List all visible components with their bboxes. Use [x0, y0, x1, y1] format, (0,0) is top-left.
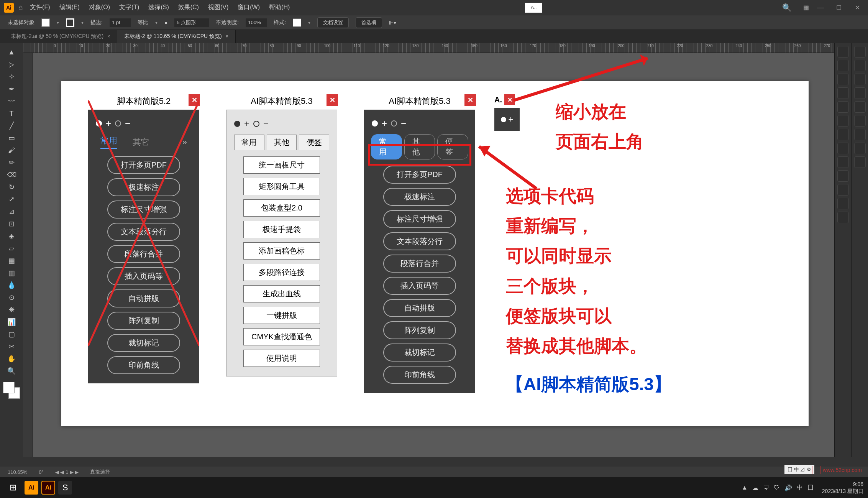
hand-tool[interactable]: ✋ [6, 353, 17, 364]
menu-type[interactable]: 文字(T) [117, 2, 141, 13]
uniform-label[interactable]: 等比 [138, 19, 148, 26]
paintbrush-tool[interactable]: 🖌 [6, 145, 17, 156]
transform-panel-icon[interactable] [854, 129, 866, 140]
magic-wand-tool[interactable]: ✧ [6, 71, 17, 82]
width-tool[interactable]: ⊿ [6, 206, 17, 217]
gradient-tool[interactable]: ▥ [6, 268, 17, 278]
script-button[interactable]: CMYK查找潘通色 [243, 328, 320, 345]
artboard-tool[interactable]: ▢ [6, 329, 17, 340]
menu-select[interactable]: 选择(S) [146, 2, 171, 13]
tab-common[interactable]: 常用 [100, 135, 117, 149]
direct-selection-tool[interactable]: ▷ [6, 59, 17, 70]
brushes-panel-icon[interactable] [837, 101, 849, 113]
radio-off-icon[interactable] [253, 121, 259, 127]
line-tool[interactable]: ╱ [6, 120, 17, 131]
artboards-panel-icon[interactable] [854, 74, 866, 85]
tray-icon[interactable]: 🔊 [784, 484, 792, 491]
curvature-tool[interactable]: 〰 [6, 96, 17, 107]
script-button[interactable]: 段落行合并 [383, 255, 456, 273]
close-tab-icon[interactable]: × [226, 34, 228, 39]
mesh-tool[interactable]: ▦ [6, 255, 17, 266]
script-button[interactable]: 插入页码等 [107, 267, 180, 285]
taskbar-ai-2[interactable]: Ai [41, 481, 55, 495]
tray-icon[interactable]: ☁ [752, 484, 758, 491]
close-icon[interactable]: ✕ [189, 94, 200, 106]
script-button[interactable]: 一键拼版 [243, 307, 320, 324]
script-button[interactable]: 裁切标记 [107, 334, 180, 352]
script-button[interactable]: 插入页码等 [383, 277, 456, 295]
brush-preset[interactable]: 5 点圆形 [174, 18, 209, 27]
tray-ime[interactable]: 中 [797, 484, 803, 492]
close-button[interactable]: ✕ [850, 4, 864, 12]
script-button[interactable]: 自动拼版 [383, 299, 456, 317]
color-guide-panel-icon[interactable] [854, 60, 866, 71]
script-button[interactable]: 矩形圆角工具 [243, 178, 320, 195]
menu-window[interactable]: 窗口(W) [235, 2, 262, 13]
menu-edit[interactable]: 编辑(E) [57, 2, 82, 13]
minimize-button[interactable]: — [814, 4, 827, 12]
tab-other[interactable]: 其它 [133, 136, 149, 148]
links-panel-icon[interactable] [854, 101, 866, 113]
tray-icon[interactable]: 囗 [807, 484, 814, 492]
artboard-nav[interactable]: ◀ ◀ 1 ▶ ▶ [55, 469, 79, 475]
align-icon[interactable]: ⊩▾ [389, 20, 396, 26]
script-button[interactable]: 多段路径连接 [243, 264, 320, 281]
free-transform-tool[interactable]: ⊡ [6, 219, 17, 229]
transparency-panel-icon[interactable] [837, 156, 849, 168]
radio-off-icon[interactable] [115, 120, 121, 127]
arrange-docs-icon[interactable]: ▦ [803, 4, 809, 11]
color-swatches[interactable] [3, 382, 20, 399]
layers-panel-icon[interactable] [837, 60, 849, 71]
symbols-panel-icon[interactable] [837, 115, 849, 127]
script-button[interactable]: 统一画板尺寸 [243, 156, 320, 174]
rotate-tool[interactable]: ↻ [6, 182, 17, 192]
script-button[interactable]: 阵列复制 [107, 312, 180, 330]
tab-common[interactable]: 常用 [234, 135, 264, 150]
close-icon[interactable]: ✕ [327, 94, 338, 106]
tab-other[interactable]: 其他 [267, 135, 297, 150]
type-tool[interactable]: T [6, 108, 17, 119]
eyedropper-tool[interactable]: 💧 [6, 280, 17, 291]
script-button[interactable]: 标注尺寸增强 [383, 210, 456, 228]
actions-panel-icon[interactable] [854, 115, 866, 127]
script-button[interactable]: 打开多页PDF [107, 156, 180, 174]
collapsed-body[interactable]: + [494, 108, 520, 131]
script-button[interactable]: 自动拼版 [107, 289, 180, 307]
style-swatch[interactable] [293, 18, 301, 27]
script-button[interactable]: 印前角线 [383, 366, 456, 384]
eraser-tool[interactable]: ⌫ [6, 169, 17, 180]
tray-icon[interactable]: ▲ [742, 484, 748, 491]
script-button[interactable]: 文本段落分行 [383, 232, 456, 250]
shaper-tool[interactable]: ✏ [6, 157, 17, 168]
menu-view[interactable]: 视图(V) [206, 2, 231, 13]
shape-builder-tool[interactable]: ◈ [6, 231, 17, 242]
taskbar-app[interactable]: S [58, 481, 72, 495]
script-button[interactable]: 极速标注 [107, 178, 180, 196]
scale-tool[interactable]: ⤢ [6, 194, 17, 205]
script-button[interactable]: 包装盒型2.0 [243, 199, 320, 217]
graph-tool[interactable]: 📊 [6, 317, 17, 327]
appearance-panel-icon[interactable] [837, 170, 849, 182]
radio-on-icon[interactable] [96, 120, 102, 127]
tab-notes[interactable]: 便签 [299, 135, 329, 150]
slice-tool[interactable]: ✂ [6, 341, 17, 352]
menu-object[interactable]: 对象(O) [87, 2, 112, 13]
properties-panel-icon[interactable] [837, 46, 849, 58]
blend-tool[interactable]: ⊙ [6, 292, 17, 303]
pen-tool[interactable]: ✒ [6, 84, 17, 94]
close-icon[interactable]: ✕ [504, 94, 515, 105]
stroke-panel-icon[interactable] [837, 129, 849, 140]
maximize-button[interactable]: □ [832, 4, 846, 12]
opacity-input[interactable]: 100% [246, 18, 267, 27]
rectangle-tool[interactable]: ▭ [6, 133, 17, 143]
radio-on-icon[interactable] [372, 120, 378, 127]
selection-tool[interactable]: ▲ [6, 47, 17, 58]
chevron-right-icon[interactable]: » [182, 137, 187, 147]
script-button[interactable]: 裁切标记 [383, 344, 456, 362]
script-button[interactable]: 使用说明 [243, 350, 320, 367]
script-button[interactable]: 添加画稿色标 [243, 242, 320, 260]
pathfinder-panel-icon[interactable] [837, 212, 849, 223]
stroke-swatch[interactable] [66, 18, 74, 27]
zoom-tool[interactable]: 🔍 [6, 366, 17, 376]
mini-panel-dock[interactable]: A.. [525, 3, 542, 13]
